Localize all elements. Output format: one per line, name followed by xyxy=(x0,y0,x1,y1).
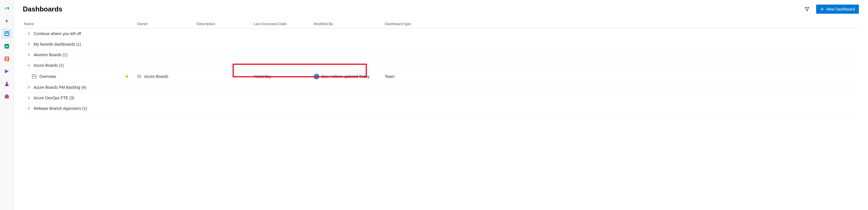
svg-rect-11 xyxy=(6,94,8,96)
main-content: Dashboards New Dashboard Name Owner Desc… xyxy=(14,0,868,210)
group-favorites[interactable]: My favorite dashboards (1) xyxy=(23,39,859,50)
dashboard-item-icon xyxy=(32,74,36,79)
nav-artifacts[interactable] xyxy=(2,91,12,101)
header-actions: New Dashboard xyxy=(802,5,859,14)
chevron-right-icon xyxy=(27,107,31,111)
chevron-right-icon xyxy=(27,96,31,100)
group-label: Azure DevOps FTE (3) xyxy=(34,96,74,100)
svg-rect-2 xyxy=(7,32,8,33)
owner-name: Azure Boards xyxy=(144,74,168,79)
svg-rect-10 xyxy=(5,95,9,98)
modifier-avatar xyxy=(314,73,319,79)
chevron-right-icon xyxy=(27,32,31,36)
modified-by-text: Dan Hellem updated Today xyxy=(321,74,370,79)
group-label: Release Branch Approvers (1) xyxy=(34,106,87,111)
nav-overview[interactable] xyxy=(2,29,12,39)
dashboard-row-overview[interactable]: Overview ★ Azure Boards Yesterday Dan He… xyxy=(23,71,859,82)
nav-repos[interactable] xyxy=(2,54,12,64)
page-title: Dashboards xyxy=(23,5,62,13)
group-release-branch-approvers[interactable]: Release Branch Approvers (1) xyxy=(23,103,859,114)
azure-devops-icon xyxy=(5,6,9,11)
group-label: Akvelon Boards (1) xyxy=(34,53,67,57)
svg-rect-3 xyxy=(5,34,8,35)
page-header: Dashboards New Dashboard xyxy=(23,5,859,14)
nav-test-plans[interactable] xyxy=(2,79,12,89)
left-nav-sidebar: + xyxy=(0,0,14,210)
last-accessed-cell: Yesterday xyxy=(254,74,314,79)
group-azure-devops-fte[interactable]: Azure DevOps FTE (3) xyxy=(23,93,859,103)
pipelines-icon xyxy=(4,68,10,74)
group-azure-boards[interactable]: Azure Boards (1) xyxy=(23,60,859,71)
group-continue[interactable]: Continue where you left off xyxy=(23,29,859,39)
svg-point-7 xyxy=(5,57,6,58)
col-header-last-accessed[interactable]: Last Accessed Date xyxy=(254,22,314,26)
col-header-owner[interactable]: Owner xyxy=(137,22,197,26)
dashboard-type-cell: Team xyxy=(385,74,859,79)
repos-icon xyxy=(4,56,10,62)
group-label: Azure Boards (1) xyxy=(34,63,64,68)
col-header-dashboard-type[interactable]: Dashboard type xyxy=(385,22,859,26)
nav-new[interactable]: + xyxy=(2,16,12,26)
group-akvelon-boards[interactable]: Akvelon Boards (1) xyxy=(23,50,859,60)
filter-button[interactable] xyxy=(802,5,811,14)
svg-rect-1 xyxy=(5,32,6,33)
chevron-down-icon xyxy=(27,63,31,67)
nav-project-home[interactable] xyxy=(2,3,12,14)
svg-point-16 xyxy=(140,75,141,76)
table-header-row: Name Owner Description Last Accessed Dat… xyxy=(23,22,859,29)
nav-boards[interactable] xyxy=(2,41,12,51)
chevron-right-icon xyxy=(27,85,31,89)
new-dashboard-label: New Dashboard xyxy=(826,7,855,11)
chevron-right-icon xyxy=(27,53,31,57)
col-header-modified-by[interactable]: Modified By xyxy=(314,22,385,26)
col-header-name[interactable]: Name xyxy=(23,22,137,26)
plus-icon xyxy=(820,7,824,11)
filter-icon xyxy=(804,6,810,12)
dashboards-table: Name Owner Description Last Accessed Dat… xyxy=(23,22,859,114)
group-label: Continue where you left off xyxy=(34,31,81,36)
favorite-star-icon[interactable]: ★ xyxy=(125,73,129,79)
new-dashboard-button[interactable]: New Dashboard xyxy=(816,5,859,14)
chevron-right-icon xyxy=(27,42,31,46)
nav-pipelines[interactable] xyxy=(2,66,12,77)
svg-point-5 xyxy=(7,47,9,48)
col-header-description[interactable]: Description xyxy=(197,22,254,26)
svg-point-8 xyxy=(7,57,8,58)
group-label: My favorite dashboards (1) xyxy=(34,42,81,47)
group-label: Azure Boards PM Backlog (4) xyxy=(34,85,86,90)
team-icon xyxy=(137,74,142,79)
test-plans-icon xyxy=(4,81,10,87)
plus-icon: + xyxy=(5,18,8,25)
boards-icon xyxy=(4,43,10,49)
group-azure-boards-pm-backlog[interactable]: Azure Boards PM Backlog (4) xyxy=(23,82,859,93)
svg-point-15 xyxy=(138,75,139,76)
artifacts-icon xyxy=(4,94,10,99)
dashboard-icon xyxy=(4,31,10,36)
dashboard-name: Overview xyxy=(39,74,125,79)
